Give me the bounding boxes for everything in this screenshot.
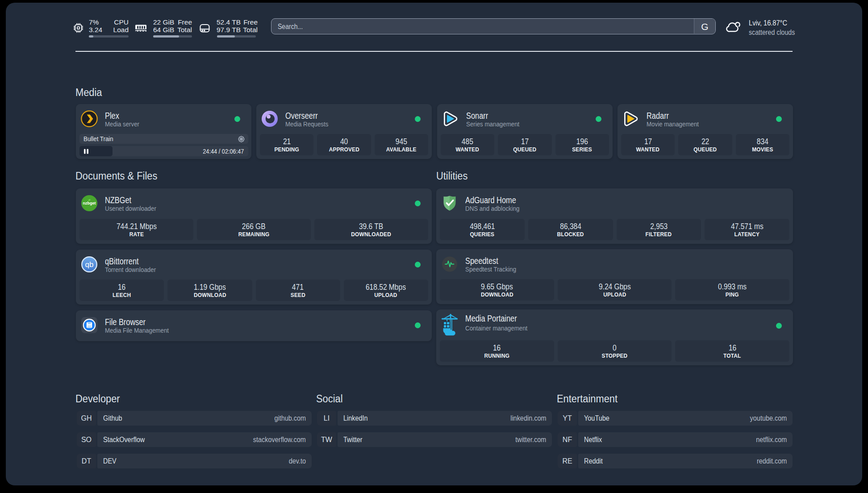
svg-text:nzbget: nzbget <box>83 201 96 205</box>
svg-text:qb: qb <box>85 260 94 269</box>
